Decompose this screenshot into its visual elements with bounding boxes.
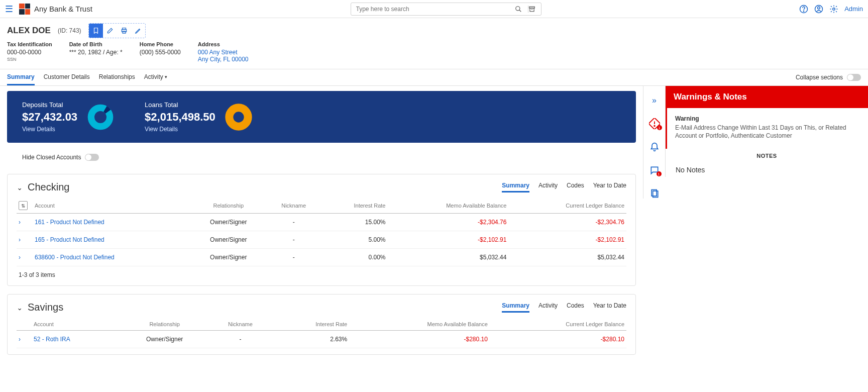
search-wrap [351, 3, 541, 16]
account-link[interactable]: 638600 - Product Not Defined [33, 249, 190, 266]
expand-row-icon[interactable]: › [19, 336, 21, 343]
gear-icon[interactable] [829, 5, 838, 14]
print-icon[interactable] [117, 24, 131, 38]
documents-icon[interactable] [649, 188, 660, 199]
collapse-panel-icon[interactable]: » [652, 96, 657, 105]
memo-cell: -$2,102.91 [387, 231, 508, 249]
notes-header: Warnings & Notes [666, 86, 868, 108]
expand-row-icon[interactable]: › [19, 219, 21, 226]
svg-line-1 [519, 10, 521, 12]
table-row: ›165 - Product Not DefinedOwner/Signer-5… [17, 231, 626, 249]
nickname-cell: - [267, 231, 320, 249]
svg-point-18 [654, 126, 655, 127]
interest-cell: 0.00% [320, 249, 387, 266]
compose-icon[interactable] [103, 24, 117, 38]
customer-details: Tax Identification 000-00-0000 SSN Date … [0, 41, 868, 69]
checking-table: ⇅ Account Relationship Nickname Interest… [17, 198, 626, 266]
savings-tab-codes[interactable]: Codes [567, 302, 584, 313]
search-input[interactable] [351, 6, 515, 13]
tab-relationships[interactable]: Relationships [99, 69, 135, 85]
savings-tab-activity[interactable]: Activity [538, 302, 558, 313]
collapse-sections-toggle[interactable] [847, 74, 861, 81]
tab-customer-details[interactable]: Customer Details [44, 69, 90, 85]
topbar: ☰ Any Bank & Trust Admin [0, 0, 868, 18]
kpi-loans-view-details[interactable]: View Details [145, 126, 215, 133]
account-link[interactable]: 52 - Roth IRA [32, 331, 120, 348]
dob-value: *** 20, 1982 / Age: * [69, 49, 123, 56]
kpi-deposits-view-details[interactable]: View Details [22, 126, 77, 133]
account-link[interactable]: 161 - Product Not Defined [33, 214, 190, 231]
tab-summary[interactable]: Summary [7, 69, 35, 85]
checking-tab-activity[interactable]: Activity [538, 182, 558, 192]
search-icon[interactable] [515, 6, 528, 13]
side-rail: » 1 1 [643, 86, 665, 199]
kpi-deposits: Deposits Total $27,432.03 View Details [22, 101, 115, 133]
warning-icon[interactable]: 1 [649, 118, 660, 129]
tab-activity-label: Activity [144, 73, 163, 80]
chevron-up-icon[interactable]: ⌃ [17, 304, 23, 312]
customer-name: ALEX DOE [7, 26, 51, 36]
tab-activity[interactable]: Activity ▾ [144, 69, 167, 85]
admin-link[interactable]: Admin [844, 5, 863, 13]
relationship-cell: Owner/Signer [190, 214, 267, 231]
help-icon[interactable] [799, 5, 808, 14]
warning-text: E-Mail Address Change Within Last 31 Day… [675, 124, 860, 140]
col-interest[interactable]: Interest Rate [320, 198, 387, 214]
col-ledger[interactable]: Current Ledger Balance [508, 198, 626, 214]
col-ledger[interactable]: Current Ledger Balance [490, 318, 626, 331]
memo-cell: $5,032.44 [387, 249, 508, 266]
col-interest[interactable]: Interest Rate [271, 318, 349, 331]
relationship-cell: Owner/Signer [190, 249, 267, 266]
relationship-cell: Owner/Signer [120, 331, 209, 348]
chat-icon[interactable]: 1 [649, 165, 660, 175]
savings-tab-ytd[interactable]: Year to Date [593, 302, 626, 313]
expand-row-icon[interactable]: › [19, 254, 21, 261]
interest-cell: 2.63% [271, 331, 349, 348]
col-memo[interactable]: Memo Available Balance [349, 318, 490, 331]
hide-closed-toggle[interactable] [85, 154, 99, 161]
col-nickname[interactable]: Nickname [267, 198, 320, 214]
checking-section: ⌃ Checking Summary Activity Codes Year t… [7, 174, 636, 286]
archive-icon[interactable] [528, 6, 541, 13]
ledger-cell: -$280.10 [490, 331, 626, 348]
checking-tab-summary[interactable]: Summary [502, 182, 529, 192]
address-line1[interactable]: 000 Any Street [198, 49, 249, 56]
address-line2[interactable]: Any City, FL 00000 [198, 56, 249, 63]
customer-id: (ID: 743) [58, 27, 81, 34]
checking-tabs: Summary Activity Codes Year to Date [502, 182, 626, 192]
edit-icon[interactable] [131, 24, 145, 38]
bell-icon[interactable] [649, 142, 660, 152]
checking-tab-ytd[interactable]: Year to Date [593, 182, 626, 192]
nickname-cell: - [267, 214, 320, 231]
bookmark-icon[interactable] [89, 24, 103, 38]
nickname-cell: - [267, 249, 320, 266]
account-link[interactable]: 165 - Product Not Defined [33, 231, 190, 249]
menu-icon[interactable]: ☰ [5, 4, 13, 15]
customer-actions [88, 23, 146, 38]
svg-point-8 [818, 7, 820, 9]
savings-table: Account Relationship Nickname Interest R… [17, 318, 626, 348]
col-memo[interactable]: Memo Available Balance [387, 198, 508, 214]
interest-cell: 5.00% [320, 231, 387, 249]
sort-icon[interactable]: ⇅ [19, 201, 28, 210]
col-relationship[interactable]: Relationship [120, 318, 209, 331]
warning-block: Warning E-Mail Address Change Within Las… [666, 108, 868, 149]
user-icon[interactable] [814, 5, 823, 14]
savings-tab-summary[interactable]: Summary [502, 302, 529, 313]
col-account[interactable]: Account [33, 198, 190, 214]
col-nickname[interactable]: Nickname [209, 318, 271, 331]
table-row: ›52 - Roth IRAOwner/Signer-2.63%-$280.10… [17, 331, 626, 348]
nickname-cell: - [209, 331, 271, 348]
expand-row-icon[interactable]: › [19, 236, 21, 243]
col-relationship[interactable]: Relationship [190, 198, 267, 214]
chevron-up-icon[interactable]: ⌃ [17, 183, 23, 191]
tax-id-type: SSN [7, 57, 52, 62]
kpi-deposits-label: Deposits Total [22, 101, 77, 109]
kpi-deposits-value: $27,432.03 [22, 111, 77, 124]
warning-title: Warning [675, 115, 860, 122]
home-phone-label: Home Phone [140, 41, 181, 47]
address-label: Address [198, 41, 249, 47]
home-phone-value: (000) 555-0000 [140, 49, 181, 56]
col-account[interactable]: Account [32, 318, 120, 331]
checking-tab-codes[interactable]: Codes [567, 182, 584, 192]
